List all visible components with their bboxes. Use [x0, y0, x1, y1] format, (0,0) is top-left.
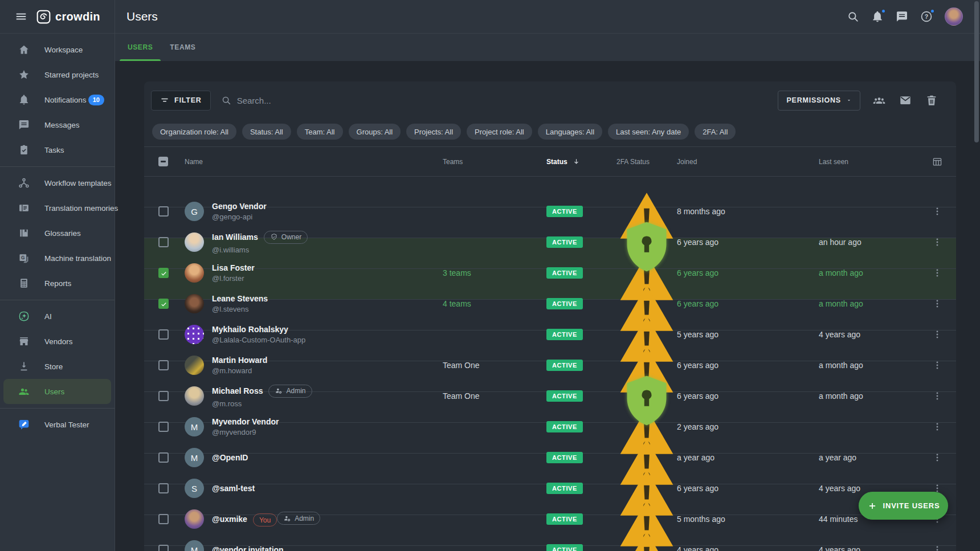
row-checkbox[interactable] — [158, 268, 169, 278]
filter-chip-2fa[interactable]: 2FA: All — [695, 124, 736, 140]
user-name[interactable]: Leane Stevens — [212, 294, 268, 303]
user-name[interactable]: Myvendor Vendor — [212, 417, 279, 426]
row-menu-button[interactable] — [932, 360, 942, 370]
admin-badge: Admin — [268, 385, 312, 398]
row-menu-button[interactable] — [932, 299, 942, 309]
row-checkbox[interactable] — [158, 329, 169, 340]
user-name[interactable]: Michael Ross — [212, 386, 263, 395]
user-name[interactable]: @uxmike — [212, 515, 247, 524]
filter-chip-team[interactable]: Team: All — [297, 124, 343, 140]
toolbar: FILTER PERMISSIONS — [144, 81, 956, 111]
search-input[interactable] — [237, 96, 397, 105]
user-name[interactable]: @saml-test — [212, 484, 255, 493]
profile-avatar[interactable] — [945, 7, 963, 26]
teams-cell[interactable]: Team One — [443, 361, 546, 370]
sidebar-nav: Workspace Starred projects Notifications… — [0, 34, 115, 437]
row-checkbox[interactable] — [158, 391, 169, 401]
sidebar-item-verbal-tester[interactable]: Verbal Tester — [3, 412, 111, 437]
sidebar-divider — [0, 408, 115, 409]
row-checkbox[interactable] — [158, 422, 169, 432]
row-checkbox[interactable] — [158, 514, 169, 524]
scrollbar-thumb[interactable] — [974, 1, 979, 142]
tasks-icon — [18, 144, 30, 156]
user-name[interactable]: Gengo Vendor — [212, 202, 267, 211]
filter-chip-projects[interactable]: Projects: All — [406, 124, 461, 140]
sort-desc-icon[interactable] — [572, 157, 581, 166]
sidebar-item-glossaries[interactable]: Glossaries — [3, 221, 111, 246]
crowdin-logo[interactable]: crowdin — [36, 10, 100, 24]
user-name[interactable]: Mykhailo Rohalskyy — [212, 325, 288, 334]
filter-chip-languages[interactable]: Languages: All — [538, 124, 602, 140]
row-checkbox[interactable] — [158, 545, 169, 551]
col-header-last-seen[interactable]: Last seen — [819, 158, 923, 166]
messages-icon[interactable] — [896, 10, 908, 23]
row-menu-button[interactable] — [932, 422, 942, 432]
tab-teams[interactable]: TEAMS — [162, 34, 203, 61]
sidebar-item-machine-translation[interactable]: G Machine translation — [3, 246, 111, 271]
notification-count-badge: 10 — [88, 95, 104, 105]
row-checkbox[interactable] — [158, 237, 169, 247]
sidebar-item-users[interactable]: Users — [3, 379, 111, 404]
help-button[interactable]: ? — [920, 10, 933, 23]
col-header-joined[interactable]: Joined — [677, 158, 819, 166]
user-badges: YouAdmin — [253, 512, 320, 526]
teams-cell[interactable]: 3 teams — [443, 268, 546, 277]
user-name[interactable]: @vendor.invitation — [212, 545, 284, 551]
teams-cell[interactable]: Team One — [443, 391, 546, 401]
sidebar-item-messages[interactable]: Messages — [3, 112, 111, 137]
select-all-checkbox[interactable] — [158, 157, 168, 166]
delete-icon[interactable] — [925, 94, 938, 107]
permissions-button[interactable]: PERMISSIONS — [778, 91, 860, 111]
sidebar-item-vendors[interactable]: Vendors — [3, 329, 111, 354]
filter-chip-groups[interactable]: Groups: All — [349, 124, 401, 140]
add-to-group-icon[interactable] — [873, 94, 885, 107]
row-checkbox[interactable] — [158, 483, 169, 493]
column-settings-icon[interactable] — [932, 157, 942, 167]
teams-cell[interactable]: 4 teams — [443, 299, 546, 308]
svg-text:G: G — [21, 255, 24, 260]
toolbar-icons — [873, 94, 938, 107]
email-icon[interactable] — [899, 94, 912, 107]
hamburger-menu-icon[interactable] — [15, 10, 27, 23]
user-handle: @gengo-api — [212, 213, 443, 221]
row-menu-button[interactable] — [932, 329, 942, 340]
invite-users-button[interactable]: INVITE USERS — [859, 492, 948, 520]
sidebar-item-notifications[interactable]: Notifications 10 — [3, 87, 111, 112]
notifications-button[interactable] — [871, 10, 884, 23]
filter-chip-organization-role[interactable]: Organization role: All — [152, 124, 236, 140]
sidebar-item-ai[interactable]: AI — [3, 304, 111, 329]
col-header-status[interactable]: Status — [546, 157, 616, 166]
user-name[interactable]: Ian Williams — [212, 232, 258, 242]
row-menu-button[interactable] — [932, 391, 942, 401]
sidebar-item-tasks[interactable]: Tasks — [3, 137, 111, 162]
row-menu-button[interactable] — [932, 237, 942, 247]
col-header-name[interactable]: Name — [185, 158, 443, 166]
search-icon[interactable] — [847, 10, 859, 23]
filter-chip-last-seen[interactable]: Last seen: Any date — [608, 124, 689, 140]
row-menu-button[interactable] — [932, 452, 942, 463]
row-checkbox[interactable] — [158, 299, 169, 309]
user-name[interactable]: @OpenID — [212, 453, 248, 462]
user-name[interactable]: Martin Howard — [212, 356, 267, 365]
sidebar-item-reports[interactable]: Reports — [3, 271, 111, 296]
col-header-2fa[interactable]: 2FA Status — [616, 158, 677, 166]
sidebar-item-translation-memories[interactable]: Translation memories — [3, 195, 111, 221]
row-menu-button[interactable] — [932, 206, 942, 217]
row-menu-button[interactable] — [932, 545, 942, 551]
filter-button[interactable]: FILTER — [151, 91, 211, 111]
row-menu-button[interactable] — [932, 268, 942, 278]
sidebar-item-label: AI — [44, 312, 52, 321]
user-name[interactable]: Lisa Foster — [212, 263, 255, 272]
sidebar-item-workflow-templates[interactable]: Workflow templates — [3, 170, 111, 195]
filter-chip-project-role[interactable]: Project role: All — [467, 124, 532, 140]
col-header-teams[interactable]: Teams — [443, 158, 546, 166]
sidebar-item-starred-projects[interactable]: Starred projects — [3, 62, 111, 87]
row-checkbox[interactable] — [158, 206, 169, 217]
tab-users[interactable]: USERS — [120, 34, 161, 61]
sidebar-item-store[interactable]: Store — [3, 354, 111, 379]
filter-chip-status[interactable]: Status: All — [242, 124, 291, 140]
sidebar-item-workspace[interactable]: Workspace — [3, 37, 111, 62]
row-checkbox[interactable] — [158, 452, 169, 463]
status-badge: ACTIVE — [546, 390, 583, 402]
row-checkbox[interactable] — [158, 360, 169, 370]
